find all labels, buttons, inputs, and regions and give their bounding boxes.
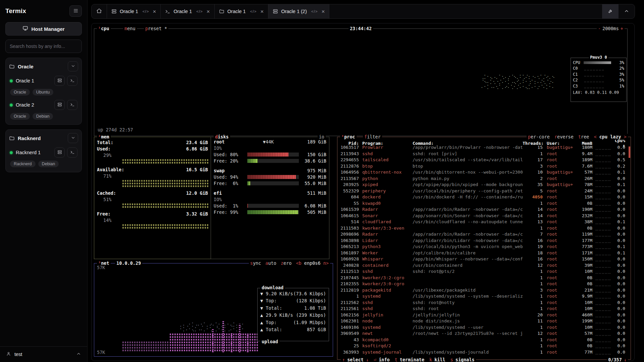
mem-stat-percent: 29% [94,152,211,158]
process-row[interactable]: 1065213python3/usr/local/bin/python3 -m … [337,244,631,250]
host-item[interactable]: Oracle 1OracleUbuntu [9,75,78,96]
search-input[interactable] [5,40,82,53]
tab-close-button[interactable]: × [260,9,264,14]
tab-oracle-1[interactable]: Oracle 1</>× [215,4,268,18]
select-up-key[interactable]: ↑ [342,357,345,362]
tab-oracle-1-2-[interactable]: Oracle 1 (2)</>× [268,4,329,18]
hamburger-icon [73,8,78,14]
group-collapse-button[interactable] [68,133,78,143]
process-row[interactable]: 2113943sshdsshd: root [priv]1root9.4M⣀⣀⣀… [337,150,631,157]
net-zero-toggle[interactable]: zero [281,260,292,266]
process-row[interactable]: 514cloudflared/usr/bin/cloudflared --no-… [337,219,631,225]
admin-tools-button[interactable] [602,4,619,18]
host-group-header[interactable]: Racknerd [9,133,78,143]
process-row[interactable]: 2102355kworker/3:0-cgro1root0B⣀⣀⣀⣀⣀0.0 [337,281,631,287]
preset-button[interactable]: preset * [144,25,168,32]
process-row[interactable]: 3969549newt/root/newt --id z3rtyep2175u8… [337,330,631,337]
kill-action[interactable]: kill [434,357,445,362]
split-view-icon[interactable]: </> [250,9,257,13]
process-row[interactable]: 1062156jellyfin/jellyfin/jellyfin20root4… [337,312,631,318]
process-row[interactable]: 2107445kworker/3:2-cgro1root0B⣀⣀⣀⣀⣀0.0 [337,275,631,281]
process-row[interactable]: 2112513sshdsshd: root@pts/21root10M⣀⣀⣀⣀⣀… [337,268,631,275]
split-view-icon[interactable]: </> [311,9,318,13]
process-row[interactable]: 43kcompactd01root0B⣀⣀⣀⣀⣀0.0 [337,337,631,343]
disk-group: swap975 MiBUsed: 94%920 MiBFree: 6%55.0 … [211,167,329,186]
host-group: OracleOracle 1OracleUbuntuOracle 2Oracle… [5,58,82,125]
home-button[interactable] [92,4,107,18]
process-row[interactable]: 1systemd/lib/systemd/systemd --system --… [337,293,631,300]
process-row[interactable]: 1063517Prowlarr/app/prowlarr/bin/Prowlar… [337,144,631,151]
proc-reverse-toggle[interactable]: reverse [554,134,574,140]
process-row[interactable]: 1061897Worker/opt/calibre/bin/calibre18r… [337,250,631,256]
refresh-rate-control[interactable]: -2000ms+ [597,25,625,32]
process-row[interactable]: 1061539Radarr/app/radarr/bin/Radarr -nob… [337,206,631,213]
host-item[interactable]: Oracle 2OracleDebian [9,99,78,120]
net-stat-row: ▼ 9.20 KiB/s(73.6 Kibps) [258,290,329,297]
tab-close-button[interactable]: × [207,9,210,14]
tab-oracle-1[interactable]: Oracle 1</>× [107,4,161,18]
process-row[interactable]: 2113567pythonpython main.py2root26M⣀⣀⣀⣀⣀… [337,175,631,182]
tab-oracle-1[interactable]: Oracle 1</>× [161,4,214,18]
process-row[interactable]: 552329periphery/usr/local/bin/periphery … [337,188,631,194]
collapse-tabbar-button[interactable] [619,4,635,18]
host-terminal-button[interactable] [67,100,77,110]
proc-per-core-toggle[interactable]: per-core [528,134,550,140]
process-row[interactable]: 240828containerd/usr/bin/containerd12roo… [337,262,631,268]
process-row[interactable]: 1062301nodenode dist/index.js11root199M⣀… [337,318,631,324]
disk-group: root▼44K189 GiBIO%Used: 80%150 GiBFree: … [211,138,329,164]
host-group-header[interactable]: Oracle [9,61,78,71]
sidebar-footer-user[interactable]: test [0,346,87,362]
net-interface-switcher[interactable]: <b enp0s6 n> [296,260,329,266]
io-tab[interactable]: io [318,134,326,140]
process-row[interactable]: 1469106systemd/lib/systemd/systemd --use… [337,324,631,330]
proc-scrollbar[interactable] [629,146,630,158]
process-row[interactable]: 2112819packagekitd/usr/libexec/packageki… [337,287,631,293]
sidebar-menu-button[interactable] [69,5,82,17]
tabbar-tools [602,4,635,18]
mem-stat-row: Cached:12.0 GiB [94,190,211,196]
host-manager-button[interactable]: Host Manager [5,22,82,36]
process-row[interactable]: 203925xpiped/opt/xpipe/app/bin/xpiped --… [337,182,631,188]
process-row[interactable]: 604dockerd/usr/bin/dockerd -H fd:// --co… [337,194,631,200]
process-row[interactable]: 55kswapd01root0B⣀⣀⣀⣀⣀0.0 [337,200,631,206]
proc-filter-button[interactable]: filter [363,134,382,140]
host-connect-button[interactable] [54,147,65,158]
process-row[interactable]: 2112876btopbtop3root7.6M⣀⣀⣀⣀⣀0.2 [337,163,631,169]
group-collapse-button[interactable] [68,61,78,71]
process-row[interactable]: 1060928Whisparr/app/bin/Whisparr --nobro… [337,256,631,262]
mem-graph [122,180,209,187]
split-view-icon[interactable]: </> [196,9,203,13]
terminate-action[interactable]: terminate [400,357,424,362]
host-connect-button[interactable] [54,100,65,110]
split-view-icon[interactable]: </> [143,9,149,13]
group-name: Racknerd [18,135,65,141]
process-row[interactable]: 1063898Lidarr/app/lidarr/bin/Lidarr -nob… [337,237,631,244]
info-action[interactable]: info [379,357,390,362]
proc-sort-switcher[interactable]: < cpu lazy > [594,134,627,140]
host-connect-button[interactable] [54,76,65,86]
terminal-view[interactable]: ¹cpu menu preset * 23:44:42 -2000ms+ ⢀⡁⠂… [91,23,635,361]
tab-close-button[interactable]: × [153,9,156,14]
select-down-key[interactable]: ↓ [366,357,369,362]
process-row[interactable]: 2112561sshdsshd: root1root10M⣀⣀⣀⣀⣀0.0 [337,306,631,312]
net-stats-box: download ▼ 9.20 KiB/s(73.6 Kibps)▼ Top:(… [257,288,329,341]
process-row[interactable]: 25ksoftirqd/21root0B⣀⣀⣀⣀⣀0.0 [337,343,631,349]
net-sync-toggle[interactable]: sync [250,260,261,266]
tab-close-button[interactable]: × [321,9,325,14]
host-item[interactable]: Racknerd 1RacknerdDebian [9,147,78,167]
process-row[interactable]: 1064615Sonarr/app/sonarr/bin/Sonarr -nob… [337,213,631,219]
process-row[interactable]: 363993systemd-journal/lib/systemd/system… [337,349,631,355]
host-terminal-button[interactable] [67,147,77,158]
select-action[interactable]: select [347,357,364,362]
process-row[interactable]: 1064956qbittorrent-nox/usr/bin/qbittorre… [337,169,631,176]
process-row[interactable]: 2098696Radarr/app/radarr/bin/Radarr -nob… [337,231,631,238]
menu-button[interactable]: menu [123,25,137,32]
process-row[interactable]: 2294655tailscaled/usr/sbin/tailscaled --… [337,157,631,163]
host-terminal-button[interactable] [67,76,77,86]
kill-key: k [429,357,432,362]
proc-tree-toggle[interactable]: tree [578,134,589,140]
net-auto-toggle[interactable]: auto [265,260,276,266]
signals-action[interactable]: signals [455,357,475,362]
process-row[interactable]: 2112562sshdsshd: root@notty1root10M⣀⣀⣀⣀⣀… [337,299,631,306]
process-row[interactable]: 2111503kworker/3:3-even1root0B⣀⣀⣀⣀⣀0.0 [337,225,631,231]
